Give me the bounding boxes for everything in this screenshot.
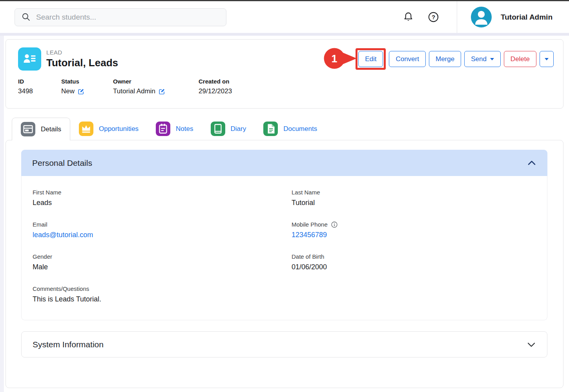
tab-notes[interactable]: Notes [147,118,202,140]
date-of-birth-value: 01/06/2000 [292,263,536,271]
created-on-label: Created on [199,78,232,85]
edit-owner-icon[interactable] [159,88,165,95]
gender-label: Gender [33,253,292,260]
notifications-button[interactable] [399,9,417,26]
lead-meta-row: ID 3498 Status New Owner Tutorial Admin … [18,78,554,95]
bell-icon [403,11,414,23]
status-label: Status [61,78,113,85]
entity-type-label: LEAD [46,49,118,56]
field-last-name: Last Name Tutorial [292,189,536,207]
topbar-bottom-strip [0,33,569,36]
first-name-label: First Name [33,189,292,196]
edit-status-icon[interactable] [78,88,84,95]
mobile-phone-link[interactable]: 123456789 [292,231,536,239]
owner-value: Tutorial Admin [113,87,155,95]
tab-documents-label: Documents [283,125,317,133]
avatar[interactable] [471,7,492,27]
user-name: Tutorial Admin [501,13,553,22]
tab-diary-label: Diary [231,125,246,133]
lead-header-card: LEAD Tutorial, Leads 1 Edit Convert Merg… [5,39,564,109]
field-date-of-birth: Date of Birth 01/06/2000 [292,253,536,271]
comments-value: This is Leads Tutorial. [33,295,292,303]
system-information-title: System Information [33,340,104,349]
tab-details-label: Details [41,125,61,133]
record-tabs: Details Opportunities Notes Diary Docume… [12,118,564,140]
email-link[interactable]: leads@tutorial.com [33,231,292,239]
chevron-down-icon[interactable] [527,340,536,349]
chevron-down-icon [490,58,494,60]
topbar: ? Tutorial Admin [0,1,569,33]
last-name-label: Last Name [292,189,536,196]
details-form-icon [21,122,35,136]
page-title: Tutorial, Leads [46,57,118,69]
mobile-phone-label: Mobile Phone [292,221,328,228]
first-name-value: Leads [33,199,292,207]
annotation-highlight-box: 1 Edit [356,48,386,70]
delete-button[interactable]: Delete [504,51,536,67]
search-input[interactable] [36,13,220,22]
field-email: Email leads@tutorial.com [33,221,292,239]
system-information-header[interactable]: System Information [21,331,547,358]
convert-button[interactable]: Convert [389,51,426,67]
book-icon [211,122,225,136]
email-label: Email [33,221,292,228]
details-panel-card: Personal Details First Name Leads Last N… [5,140,564,388]
tab-opportunities-label: Opportunities [99,125,139,133]
personal-details-body: First Name Leads Last Name Tutorial Emai… [21,176,547,320]
user-menu[interactable]: Tutorial Admin [457,7,569,27]
help-button[interactable]: ? [425,9,442,26]
comments-label: Comments/Questions [33,285,292,292]
edit-button[interactable]: Edit [358,51,383,67]
send-dropdown-button[interactable]: Send [464,51,501,67]
document-icon [263,122,278,136]
status-value: New [61,87,75,95]
field-mobile-phone: Mobile Phone 123456789 [292,221,536,239]
more-actions-button[interactable] [540,51,554,67]
person-icon [471,7,492,27]
field-first-name: First Name Leads [33,189,292,207]
personal-details-title: Personal Details [32,158,92,168]
left-edge-strip [0,36,4,392]
crown-icon [79,122,93,136]
tab-diary[interactable]: Diary [202,118,255,140]
svg-text:1: 1 [332,53,337,64]
action-buttons-row: 1 Edit Convert Merge Send Delete [356,48,554,70]
id-value: 3498 [18,87,61,95]
tab-documents[interactable]: Documents [255,118,326,140]
field-comments: Comments/Questions This is Leads Tutoria… [33,285,292,303]
help-icon: ? [428,11,439,23]
annotation-arrow: 1 [324,47,357,71]
personal-details-header[interactable]: Personal Details [21,150,547,176]
gender-value: Male [33,263,292,271]
search-box[interactable] [15,8,226,26]
tab-opportunities[interactable]: Opportunities [70,118,147,140]
field-gender: Gender Male [33,253,292,271]
chevron-up-icon[interactable] [527,159,536,167]
id-label: ID [18,78,61,85]
owner-label: Owner [113,78,199,85]
notepad-icon [156,122,170,136]
tab-notes-label: Notes [176,125,193,133]
lead-contact-card-icon [18,47,41,71]
date-of-birth-label: Date of Birth [292,253,536,260]
tab-details[interactable]: Details [12,118,70,140]
info-icon[interactable] [331,221,337,228]
chevron-down-icon [545,58,549,60]
merge-button[interactable]: Merge [429,51,461,67]
personal-details-panel: Personal Details First Name Leads Last N… [21,150,547,320]
search-icon [21,12,31,22]
created-on-value: 29/12/2023 [199,87,232,95]
svg-text:?: ? [431,14,435,20]
last-name-value: Tutorial [292,199,536,207]
